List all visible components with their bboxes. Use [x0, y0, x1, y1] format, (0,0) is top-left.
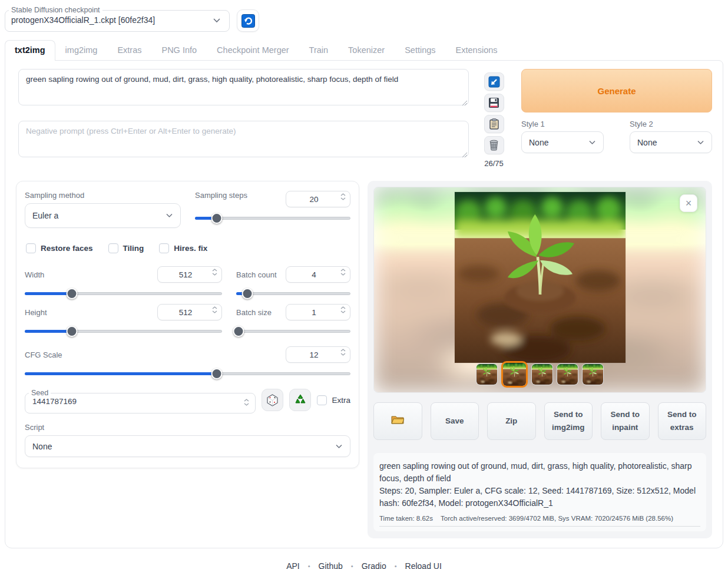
sampling-method-label: Sampling method: [25, 191, 181, 200]
thumbnail-2-selected[interactable]: [501, 361, 528, 388]
thumbnail-3[interactable]: [531, 363, 553, 385]
stepper-arrows-icon[interactable]: [340, 349, 346, 356]
batch-count-label: Batch count: [236, 270, 277, 279]
checkbox-box[interactable]: [317, 395, 327, 405]
style2-dropdown[interactable]: None: [630, 131, 712, 153]
tiling-checkbox[interactable]: Tiling: [108, 243, 144, 253]
checkpoint-select[interactable]: Stable Diffusion checkpoint protogenX34O…: [5, 6, 230, 32]
clear-prompt-button[interactable]: [484, 136, 504, 154]
recycle-icon: [294, 393, 307, 406]
sampling-steps-slider[interactable]: [195, 212, 350, 224]
footer-link-github[interactable]: Github: [319, 561, 343, 569]
checkbox-box[interactable]: [26, 243, 36, 253]
generated-image[interactable]: [455, 192, 626, 363]
restore-faces-checkbox[interactable]: Restore faces: [26, 243, 93, 253]
stepper-arrows-icon[interactable]: [212, 269, 217, 276]
prompt-input[interactable]: green sapling rowing out of ground, mud,…: [18, 69, 469, 105]
paste-params-button[interactable]: [484, 72, 504, 91]
token-counter: 26/75: [484, 159, 504, 168]
footer-link-reload-ui[interactable]: Reload UI: [405, 561, 442, 569]
tab-tokenizer[interactable]: Tokenizer: [338, 40, 395, 61]
extra-seed-checkbox[interactable]: Extra: [317, 395, 350, 405]
generate-button[interactable]: Generate: [521, 69, 712, 113]
send-to-inpaint-button[interactable]: Send to inpaint: [601, 402, 650, 440]
apply-style-button[interactable]: [484, 115, 504, 133]
sd-webui-page: Stable Diffusion checkpoint protogenX34O…: [0, 0, 728, 569]
chevron-down-icon: [166, 213, 173, 218]
seed-field[interactable]: Seed: [25, 389, 256, 413]
footer-link-api[interactable]: API: [286, 561, 300, 569]
style1-dropdown[interactable]: None: [521, 131, 604, 153]
batch-size-input[interactable]: [286, 304, 350, 320]
tab-extras[interactable]: Extras: [107, 40, 151, 61]
refresh-checkpoints-button[interactable]: [237, 9, 259, 32]
stepper-arrows-icon[interactable]: [244, 399, 249, 406]
generation-info-perf: Time taken: 8.62s Torch active/reserved:…: [379, 515, 700, 527]
reuse-seed-button[interactable]: [289, 389, 311, 411]
script-label: Script: [25, 423, 350, 432]
tab-img2img[interactable]: img2img: [55, 40, 108, 61]
time-taken: Time taken: 8.62s: [379, 515, 433, 522]
stepper-arrows-icon[interactable]: [340, 269, 346, 276]
tab-train[interactable]: Train: [299, 40, 339, 61]
width-label: Width: [25, 270, 44, 279]
height-slider[interactable]: [25, 325, 222, 337]
width-slider[interactable]: [25, 287, 222, 299]
cfg-scale-input[interactable]: [286, 346, 350, 363]
batch-size-slider[interactable]: [236, 325, 350, 337]
open-folder-button[interactable]: [373, 402, 422, 440]
chevron-down-icon: [335, 444, 343, 449]
thumbnail-4[interactable]: [557, 363, 578, 385]
prompt-column: green sapling rowing out of ground, mud,…: [11, 69, 469, 159]
width-input[interactable]: [157, 266, 222, 283]
script-dropdown[interactable]: None: [25, 435, 350, 457]
thumbnail-1[interactable]: [476, 363, 498, 385]
paste-arrow-icon: [488, 76, 500, 88]
send-to-img2img-button[interactable]: Send to img2img: [544, 402, 593, 440]
generation-info: green sapling rowing out of ground, mud,…: [373, 453, 706, 531]
tab-extensions[interactable]: Extensions: [446, 40, 508, 61]
save-style-button[interactable]: [484, 94, 504, 112]
stepper-arrows-icon[interactable]: [212, 306, 217, 313]
cfg-scale-slider[interactable]: [25, 368, 350, 379]
zip-button[interactable]: Zip: [487, 402, 536, 440]
batch-count-slider[interactable]: [236, 287, 350, 299]
batch-count-input[interactable]: [286, 266, 350, 283]
close-image-button[interactable]: ×: [680, 194, 697, 212]
generation-settings-card: Sampling method Euler a Sampling steps: [16, 181, 359, 468]
stepper-arrows-icon[interactable]: [340, 306, 346, 313]
refresh-icon: [241, 14, 255, 28]
thumbnail-5[interactable]: [582, 363, 604, 385]
tab-settings[interactable]: Settings: [395, 40, 445, 61]
checkpoint-header: Stable Diffusion checkpoint protogenX34O…: [5, 5, 723, 40]
gallery-thumbnails: [374, 361, 706, 388]
negative-prompt-input[interactable]: [18, 121, 469, 157]
chevron-down-icon: [213, 18, 221, 23]
send-to-extras-button[interactable]: Send to extras: [658, 402, 707, 440]
clipboard-icon: [489, 118, 499, 130]
hires-fix-checkbox[interactable]: Hires. fix: [159, 243, 207, 253]
tab-checkpoint-merger[interactable]: Checkpoint Merger: [207, 40, 299, 61]
sampling-method-dropdown[interactable]: Euler a: [25, 203, 181, 228]
restore-faces-label: Restore faces: [41, 244, 93, 253]
tab-png-info[interactable]: PNG Info: [151, 40, 207, 61]
save-button[interactable]: Save: [431, 402, 479, 440]
main-tabs: txt2img img2img Extras PNG Info Checkpoi…: [5, 40, 723, 61]
height-input[interactable]: [157, 304, 222, 320]
sampling-steps-input[interactable]: [286, 191, 350, 207]
chevron-down-icon: [588, 140, 596, 145]
random-seed-button[interactable]: [262, 389, 283, 411]
footer-link-gradio[interactable]: Gradio: [362, 561, 386, 569]
sampling-steps-label: Sampling steps: [195, 191, 247, 200]
checkbox-box[interactable]: [159, 243, 169, 253]
stepper-arrows-icon[interactable]: [340, 193, 346, 200]
checkpoint-value: protogenX34OfficialR_1.ckpt [60fe2f34]: [11, 15, 155, 25]
seed-input[interactable]: [32, 397, 209, 406]
dot-separator: •: [351, 563, 353, 569]
seed-label: Seed: [29, 389, 51, 397]
tab-txt2img[interactable]: txt2img: [5, 40, 55, 61]
style2-value: None: [637, 138, 657, 147]
checkbox-box[interactable]: [108, 243, 118, 253]
extra-label: Extra: [332, 396, 350, 405]
sampling-method-value: Euler a: [32, 211, 58, 220]
